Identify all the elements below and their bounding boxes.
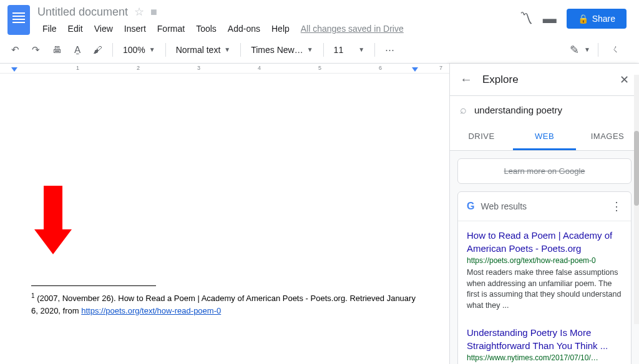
result-url: https://poets.org/text/how-read-poem-0 [467,256,622,265]
ruler-mark: 7 [439,65,442,71]
separator [374,43,375,57]
document-canvas[interactable]: 1 2 3 4 5 6 7 1 (2007, November 26). How… [0,64,449,364]
style-select[interactable]: Normal text▼ [171,42,235,57]
search-icon: ⌕ [460,103,467,117]
ruler-mark: 6 [379,65,382,71]
toolbar: ↶ ↷ 🖶 A̱ 🖌 100%▼ Normal text▼ Times New…… [0,36,639,64]
separator [165,43,166,57]
search-result[interactable]: Understanding Poetry Is More Straightfor… [458,318,631,364]
result-snippet: Most readers make three false assumption… [467,267,622,311]
edit-mode-icon[interactable]: ✎ [570,43,579,57]
result-url: https://www.nytimes.com/2017/07/10/… [467,353,622,362]
menu-insert[interactable]: Insert [119,21,151,36]
more-button[interactable]: ⋯ [380,41,399,59]
tab-drive[interactable]: DRIVE [450,124,513,150]
ruler[interactable]: 1 2 3 4 5 6 7 [0,64,449,74]
menu-help[interactable]: Help [266,21,295,36]
scrollbar[interactable] [634,75,639,324]
separator [598,43,598,57]
spellcheck-button[interactable]: A̱ [69,41,85,59]
footnote-link[interactable]: https://poets.org/text/how-read-poem-0 [81,306,221,315]
learn-more-text: Learn more on Google [504,166,585,176]
print-button[interactable]: 🖶 [47,41,67,59]
docs-logo-icon[interactable] [7,5,30,35]
undo-button[interactable]: ↶ [6,41,24,59]
menu-file[interactable]: File [37,21,62,36]
menu-tools[interactable]: Tools [191,21,222,36]
folder-icon[interactable]: ■ [150,6,157,19]
paint-format-button[interactable]: 🖌 [88,41,107,59]
ruler-mark: 5 [318,65,321,71]
share-label: Share [592,14,615,24]
menu-edit[interactable]: Edit [63,21,88,36]
scrollbar-thumb[interactable] [634,131,639,206]
collapse-icon[interactable]: ㄑ [606,40,625,59]
ruler-mark: 2 [137,65,140,71]
ruler-mark: 3 [197,65,200,71]
zoom-select[interactable]: 100%▼ [118,42,160,57]
font-select[interactable]: Times New…▼ [246,42,318,57]
web-results-label: Web results [480,201,605,211]
star-icon[interactable]: ☆ [134,5,144,19]
explore-title: Explore [482,74,620,86]
chevron-down-icon[interactable]: ▼ [584,46,590,53]
more-options-icon[interactable]: ⋮ [611,199,622,213]
search-input[interactable]: understanding poetry [474,105,629,115]
web-results-card: G Web results ⋮ How to Read a Poem | Aca… [457,191,632,364]
red-arrow-annotation [44,186,72,254]
tab-images[interactable]: IMAGES [576,124,639,150]
document-title[interactable]: Untitled document [37,6,128,19]
menu-format[interactable]: Format [152,21,190,36]
footnote-divider [31,285,156,286]
indent-marker-left[interactable] [11,67,17,72]
ruler-mark: 4 [258,65,261,71]
footnote-text[interactable]: 1 (2007, November 26). How to Read a Poe… [31,291,418,317]
indent-marker-right[interactable] [412,67,418,72]
save-status[interactable]: All changes saved in Drive [301,24,404,34]
menu-addons[interactable]: Add-ons [223,21,265,36]
explore-panel: ← Explore ✕ ⌕ understanding poetry DRIVE… [449,64,639,364]
separator [112,43,113,57]
google-logo-icon: G [467,201,474,212]
lock-icon: 🔒 [578,14,588,24]
back-arrow-icon[interactable]: ← [460,72,472,87]
ruler-mark: 1 [76,65,79,71]
learn-more-card[interactable]: Learn more on Google [457,158,632,184]
font-size-select[interactable]: 11▼ [329,42,369,57]
separator [240,43,241,57]
menu-view[interactable]: View [89,21,118,36]
comment-icon[interactable]: ▬ [543,11,557,27]
redo-button[interactable]: ↷ [27,41,45,59]
share-button[interactable]: 🔒 Share [567,9,627,29]
result-title[interactable]: Understanding Poetry Is More Straightfor… [467,326,622,352]
close-icon[interactable]: ✕ [620,73,629,87]
tab-web[interactable]: WEB [513,124,576,150]
result-title[interactable]: How to Read a Poem | Academy of American… [467,229,622,255]
search-result[interactable]: How to Read a Poem | Academy of American… [458,221,631,318]
activity-icon[interactable]: 〽 [519,11,533,27]
separator [323,43,324,57]
